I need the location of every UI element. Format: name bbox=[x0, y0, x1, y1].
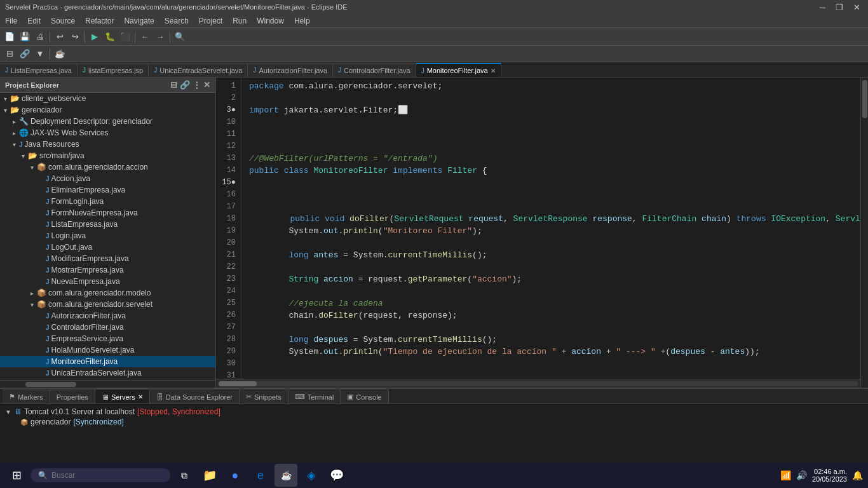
tree-item-mostrarempresa-java[interactable]: JMostrarEmpresa.java bbox=[0, 264, 215, 276]
tree-item-java-resources[interactable]: ▾JJava Resources bbox=[0, 139, 215, 150]
tab-console[interactable]: ▣ Console bbox=[341, 390, 388, 403]
tree-item-login-java[interactable]: JLogin.java bbox=[0, 230, 215, 241]
link-button[interactable]: 🔗 bbox=[18, 47, 32, 61]
search-toolbar-button[interactable]: 🔍 bbox=[173, 30, 187, 44]
tab-listEmpresas-java[interactable]: J ListaEmpresas.java bbox=[0, 63, 78, 77]
tab-autorizacion-java[interactable]: J AutorizacionFilter.java bbox=[248, 63, 333, 77]
menu-file[interactable]: File bbox=[0, 14, 22, 28]
collapse-all-button[interactable]: ⊟ bbox=[3, 47, 17, 61]
forward-button[interactable]: → bbox=[153, 30, 167, 44]
tree-item-com-alura-gerenciador-accion[interactable]: ▾📦com.alura.gerenciador.accion bbox=[0, 161, 215, 173]
tree-item-label: Accion.java bbox=[51, 174, 215, 183]
tree-item-icon: J bbox=[46, 220, 50, 229]
filter-button[interactable]: ▼ bbox=[33, 47, 47, 61]
hscroll-track[interactable] bbox=[219, 381, 858, 386]
main-layout: Project Explorer ⊟ 🔗 ⋮ ✕ ▾📂cliente_webse… bbox=[0, 78, 868, 388]
tree-item-gerenciador[interactable]: ▾📂gerenciador bbox=[0, 104, 215, 116]
tree-item-autorizacionfilter-java[interactable]: JAutorizacionFilter.java bbox=[0, 310, 215, 322]
taskbar-search-box[interactable]: 🔍 bbox=[31, 468, 170, 482]
menu-window[interactable]: Window bbox=[252, 14, 289, 28]
tree-item-com-alura-gerenciador-modelo[interactable]: ▸📦com.alura.gerenciador.modelo bbox=[0, 287, 215, 299]
tree-item-logout-java[interactable]: JLogOut.java bbox=[0, 241, 215, 253]
clock[interactable]: 02:46 a.m. 20/05/2023 bbox=[812, 468, 847, 483]
code-content[interactable]: package com.alura.gerenciador.servelet; … bbox=[241, 78, 860, 379]
tab-markers[interactable]: ⚑ Markers bbox=[3, 390, 50, 403]
tab-controlador-java[interactable]: J ControladorFilter.java bbox=[333, 63, 416, 77]
tab-servers[interactable]: 🖥 Servers ✕ bbox=[95, 390, 150, 403]
editor-horizontal-scrollbar[interactable] bbox=[216, 379, 860, 388]
menu-source[interactable]: Source bbox=[46, 14, 80, 28]
menu-edit[interactable]: Edit bbox=[22, 14, 46, 28]
hscroll-thumb[interactable] bbox=[219, 381, 257, 386]
task-view-button[interactable]: ⧉ bbox=[173, 464, 196, 487]
menu-search[interactable]: Search bbox=[159, 14, 194, 28]
discord-button[interactable]: 💬 bbox=[325, 464, 348, 487]
start-button[interactable]: ⊞ bbox=[5, 464, 28, 487]
tree-item-deployment-descriptor--gerenciador[interactable]: ▸🔧Deployment Descriptor: gerenciador bbox=[0, 116, 215, 127]
tree-item-src-main-java[interactable]: ▾📂src/main/java bbox=[0, 150, 215, 161]
notification-tray-icon[interactable]: 🔔 bbox=[852, 470, 863, 480]
tab-terminal[interactable]: ⌨ Terminal bbox=[288, 390, 341, 403]
tab-monitoreo-java[interactable]: J MonitoreoFilter.java ✕ bbox=[416, 63, 501, 77]
code-editor[interactable]: 1 2 3● 10 11 12 13 14 15● 16 17 18 19 20… bbox=[216, 78, 860, 379]
tree-item-cliente-webservice[interactable]: ▾📂cliente_webservice bbox=[0, 93, 215, 104]
tab-datasource[interactable]: 🗄 Data Source Explorer bbox=[150, 390, 240, 403]
tree-item-unicaentradaservelet-java[interactable]: JUnicaEntradaServelet.java bbox=[0, 367, 215, 379]
menu-help[interactable]: Help bbox=[289, 14, 315, 28]
tree-item-accion-java[interactable]: JAccion.java bbox=[0, 173, 215, 184]
tree-item-listaempresas-java[interactable]: JListaEmpresas.java bbox=[0, 219, 215, 230]
servers-close-icon[interactable]: ✕ bbox=[138, 393, 143, 400]
edge-button[interactable]: e bbox=[249, 464, 272, 487]
restore-button[interactable]: ❐ bbox=[833, 3, 846, 12]
tree-item-holamundoservelet-java[interactable]: JHolaMundoServelet.java bbox=[0, 344, 215, 356]
tab-close-icon[interactable]: ✕ bbox=[491, 67, 496, 74]
sidebar-hscroll[interactable] bbox=[0, 380, 215, 388]
new-button[interactable]: 📄 bbox=[3, 30, 17, 44]
debug-button[interactable]: 🐛 bbox=[103, 30, 117, 44]
run-button[interactable]: ▶ bbox=[88, 30, 102, 44]
taskbar-search-input[interactable] bbox=[51, 471, 153, 480]
print-button[interactable]: 🖨 bbox=[33, 30, 47, 44]
file-explorer-button[interactable]: 📁 bbox=[198, 464, 221, 487]
menu-refactor[interactable]: Refactor bbox=[80, 14, 119, 28]
tree-item-empresaservice-java[interactable]: JEmpresaService.java bbox=[0, 333, 215, 344]
server-entry-gerenciador[interactable]: 📦 gerenciador [Synchronized] bbox=[5, 417, 863, 427]
project-tree[interactable]: ▾📂cliente_webservice▾📂gerenciador▸🔧Deplo… bbox=[0, 93, 215, 380]
save-button[interactable]: 💾 bbox=[18, 30, 32, 44]
minimize-button[interactable]: ─ bbox=[817, 3, 828, 12]
tree-item-eliminarempresa-java[interactable]: JEliminarEmpresa.java bbox=[0, 184, 215, 196]
menu-run[interactable]: Run bbox=[227, 14, 252, 28]
server-status: [Stopped, Synchronized] bbox=[137, 407, 220, 416]
tree-item-formlogin-java[interactable]: JFormLogin.java bbox=[0, 196, 215, 207]
new-java-button[interactable]: ☕ bbox=[53, 47, 67, 61]
tree-item-jax-ws-web-services[interactable]: ▸🌐JAX-WS Web Services bbox=[0, 127, 215, 139]
sound-tray-icon[interactable]: 🔊 bbox=[796, 470, 807, 480]
network-tray-icon[interactable]: 📶 bbox=[780, 470, 791, 480]
tab-unicaEntrada-java[interactable]: J UnicaEntradaServelet.java bbox=[149, 63, 248, 77]
tree-item-modificarempresa-java[interactable]: JModificarEmpresa.java bbox=[0, 253, 215, 264]
redo-button[interactable]: ↪ bbox=[68, 30, 82, 44]
tab-properties[interactable]: Properties bbox=[50, 390, 95, 403]
tree-item-nuevaempresa-java[interactable]: JNuevaEmpresa.java bbox=[0, 276, 215, 287]
tree-item-com-alura-gerenciador-servelet[interactable]: ▾📦com.alura.gerenciador.servelet bbox=[0, 299, 215, 310]
server-entry-tomcat[interactable]: ▼ 🖥 Tomcat v10.1 Server at localhost [St… bbox=[5, 407, 863, 417]
link-with-editor-icon[interactable]: 🔗 bbox=[180, 80, 190, 90]
stop-button[interactable]: ⬛ bbox=[118, 30, 132, 44]
back-button[interactable]: ← bbox=[138, 30, 152, 44]
tab-snippets[interactable]: ✂ Snippets bbox=[240, 390, 288, 403]
tree-item-controladorfilter-java[interactable]: JControladorFilter.java bbox=[0, 322, 215, 333]
tree-item-monitoreofilter-java[interactable]: JMonitoreoFilter.java bbox=[0, 356, 215, 367]
chrome-button[interactable]: ● bbox=[224, 464, 247, 487]
eclipse-button[interactable]: ☕ bbox=[275, 464, 297, 487]
editor-vscroll[interactable] bbox=[860, 78, 868, 388]
undo-button[interactable]: ↩ bbox=[53, 30, 67, 44]
tab-listaEmpresas-jsp[interactable]: J listaEmpresas.jsp bbox=[78, 63, 149, 77]
vscode-button[interactable]: ◈ bbox=[300, 464, 323, 487]
close-sidebar-icon[interactable]: ✕ bbox=[203, 80, 210, 90]
menu-project[interactable]: Project bbox=[194, 14, 227, 28]
menu-navigate[interactable]: Navigate bbox=[119, 14, 159, 28]
tree-item-formnuevaempresa-java[interactable]: JFormNuevaEmpresa.java bbox=[0, 207, 215, 219]
collapse-all-icon[interactable]: ⊟ bbox=[170, 80, 177, 90]
view-menu-icon[interactable]: ⋮ bbox=[193, 80, 201, 90]
close-button[interactable]: ✕ bbox=[851, 3, 863, 12]
